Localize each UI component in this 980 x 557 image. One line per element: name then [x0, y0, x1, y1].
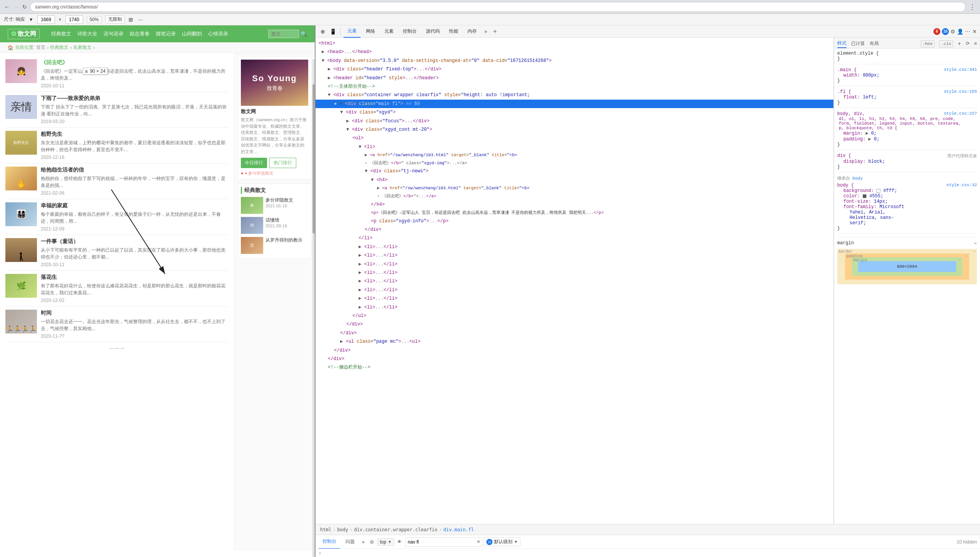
article-title-1[interactable]: 《回去吧》 — [41, 59, 229, 66]
capture-icon[interactable]: ⊞ — [129, 17, 133, 23]
devtools-tab-network[interactable]: 网络 — [362, 25, 379, 38]
console-tab-issues[interactable]: 问题 — [342, 535, 359, 549]
scroll-thumb[interactable] — [312, 84, 315, 233]
filter-input[interactable] — [406, 538, 475, 546]
zoom-dropdown[interactable]: 50% — [87, 16, 102, 23]
level-dropdown[interactable]: 16 默认级别 ▼ — [484, 537, 521, 546]
url-bar[interactable]: sanwen.org.cn/classic/famous/ — [30, 2, 966, 12]
more-icon[interactable]: ··· — [139, 17, 143, 23]
breadcrumb-html[interactable]: html — [319, 527, 333, 532]
search-input[interactable] — [268, 30, 299, 38]
devtools-add-tab[interactable]: + — [491, 28, 499, 35]
html-line-more[interactable]: › 《回去吧》</b>" class="xgyd-img">...</a> — [316, 159, 833, 167]
html-line-container[interactable]: ▼ <div class="container wrapper clearfix… — [316, 91, 833, 99]
browser-menu[interactable]: ⋮ — [969, 3, 976, 11]
dropdown-arrow[interactable]: ▼ — [29, 17, 33, 22]
devtools-tab-dom[interactable]: 元素 — [381, 25, 397, 38]
html-line-div-close1[interactable]: </div> — [316, 225, 833, 234]
html-line-tj-news[interactable]: ▼ <div class="tj-news"> — [316, 167, 833, 175]
filter-clear[interactable]: ✕ — [475, 539, 482, 544]
devtools-tab-perf[interactable]: 性能 — [445, 25, 462, 38]
style-file-bodydiv[interactable]: style.css:227 — [944, 111, 977, 117]
nav-link-7[interactable]: 心情语录 — [208, 30, 228, 37]
article-title-3[interactable]: 粗野先生 — [41, 131, 229, 138]
today-rank-btn[interactable]: 今日排行 — [241, 158, 267, 168]
html-line-li9[interactable]: ▶ <li>...</li> — [316, 303, 833, 312]
styles-tab-layout[interactable]: 布局 — [870, 40, 879, 48]
scrollbar[interactable] — [312, 59, 315, 557]
nav-link-1[interactable]: 经典散文 — [51, 30, 71, 37]
breadcrumb-famous[interactable]: 名家散文 — [73, 44, 92, 51]
console-add[interactable]: + — [360, 539, 366, 545]
html-line-li-close[interactable]: </li> — [316, 234, 833, 242]
style-file-body[interactable]: style.css:32 — [947, 183, 977, 188]
html-line-body[interactable]: ▼ <body data-version="3.5.0" data-settin… — [316, 57, 833, 65]
html-line-div-close5[interactable]: </div> — [316, 355, 833, 363]
breadcrumb-main-fl[interactable]: div.main.fl — [442, 527, 475, 532]
html-line-p-info[interactable]: <p class="xgyd-info">...</p> — [316, 217, 833, 225]
article-title-4[interactable]: 给抱怨生活者的信 — [41, 167, 229, 173]
search-icon[interactable]: 🔍 — [301, 31, 307, 37]
devtools-more[interactable]: ⋯ — [965, 28, 971, 35]
article-title-2[interactable]: 下雨了——致亲爱的弟弟 — [41, 95, 229, 102]
style-file-fl[interactable]: style.css:155 — [944, 89, 977, 95]
html-line-li6[interactable]: ▶ <li>...</li> — [316, 277, 833, 285]
top-label[interactable]: top — [380, 539, 386, 545]
html-line-h4-close[interactable]: </h4> — [316, 200, 833, 209]
profile-icon[interactable]: 👤 — [957, 28, 963, 35]
filter-icon[interactable]: ⊘ — [974, 41, 977, 47]
devtools-tab-memory[interactable]: 内存 — [464, 25, 481, 38]
html-line-a-title2[interactable]: › 《回去吧》</b>">...</a> — [316, 192, 833, 200]
html-line-focus[interactable]: ▶ <div class="focus">...</div> — [316, 117, 833, 125]
styles-tab-style[interactable]: 样式 — [837, 39, 846, 48]
classic-title-3[interactable]: 从罗丹得到的教示 — [265, 237, 302, 243]
html-line-div-close2[interactable]: </div> — [316, 320, 833, 329]
html-line-div-header[interactable]: ▶ <div class="header fixed-top">...</div… — [316, 65, 833, 73]
style-file-main[interactable]: style.css:341 — [944, 67, 977, 73]
console-tab-active[interactable]: 控制台 — [319, 535, 340, 549]
html-line-li3[interactable]: ▶ <li>...</li> — [316, 251, 833, 260]
html-line-main-fl[interactable]: ● ▼ <div class="main fl"> == $0 — [316, 100, 833, 108]
nav-link-4[interactable]: 励志青春 — [130, 30, 150, 37]
html-line-li4[interactable]: ▶ <li>...</li> — [316, 260, 833, 268]
html-line-head[interactable]: ▶ <head>...</head> — [316, 48, 833, 56]
browser-back[interactable]: ← — [4, 3, 10, 10]
article-title-7[interactable]: 落花生 — [41, 274, 229, 281]
classic-title-2[interactable]: 话懂情 — [265, 217, 287, 223]
devtools-tab-more[interactable]: » — [482, 25, 489, 38]
html-line-ul-close[interactable]: </ul> — [316, 312, 833, 320]
breadcrumb-container[interactable]: div.container.wrapper.clearfix — [352, 527, 439, 532]
html-line-p-content[interactable]: <p>《回去吧》—定军山人 宝贝，你还是回去吧 此去山高水远，荒草凄凄 不是你的… — [316, 209, 833, 217]
width-input[interactable] — [37, 15, 55, 24]
console-icon-clear[interactable]: ⊘ — [368, 538, 376, 546]
html-line-html[interactable]: <html> — [316, 39, 833, 48]
article-title-5[interactable]: 幸福的家庭 — [41, 202, 229, 209]
inspect-icon[interactable]: ⊕ — [319, 27, 327, 36]
top-dropdown-arrow[interactable]: ▼ — [388, 540, 392, 544]
article-title-8[interactable]: 时间 — [41, 310, 229, 317]
html-line-li8[interactable]: ▶ <li>...</li> — [316, 294, 833, 303]
html-line-h4[interactable]: ▼ <h4> — [316, 176, 833, 184]
breadcrumb-home[interactable]: 当前位置: — [15, 44, 35, 51]
html-line-a-title[interactable]: ▶ <a href="/sw/wenzhang/103.html" target… — [316, 184, 833, 192]
plus-icon[interactable]: + — [958, 41, 961, 47]
nav-link-5[interactable]: 随笔记录 — [156, 30, 176, 37]
limit-dropdown[interactable]: 无限制 — [105, 15, 125, 23]
hov-pseudo[interactable]: :hov — [921, 40, 935, 47]
html-line-xgyd-cont[interactable]: ▼ <div class="xgyd_cont mt-20"> — [316, 125, 833, 134]
devtools-tab-elements[interactable]: 元素 — [344, 25, 361, 38]
html-line-xgyd[interactable]: ▼ <div class="xgyd"> — [316, 108, 833, 117]
devtools-close[interactable]: ✕ — [972, 28, 977, 35]
breadcrumb-classic[interactable]: 经典散文 — [50, 44, 68, 51]
height-input[interactable] — [65, 15, 83, 24]
box-model-minus[interactable]: − — [974, 240, 977, 247]
browser-refresh[interactable]: ↻ — [22, 4, 27, 10]
html-line-li-open[interactable]: ▼ <li> — [316, 143, 833, 151]
nav-link-6[interactable]: 山间翻韵 — [182, 30, 202, 37]
classic-title-1[interactable]: 参分评隐散文 — [265, 197, 293, 203]
html-line-page-mc[interactable]: ▶ <ul class="page mc">...<ul> — [316, 337, 833, 346]
devtools-tab-sources[interactable]: 源代码 — [422, 25, 444, 38]
html-line-div-close4[interactable]: </div> — [316, 346, 833, 355]
console-eye-icon[interactable]: 👁 — [396, 538, 404, 546]
html-line-header[interactable]: ▶ <header id="header" style>...</header> — [316, 74, 833, 82]
